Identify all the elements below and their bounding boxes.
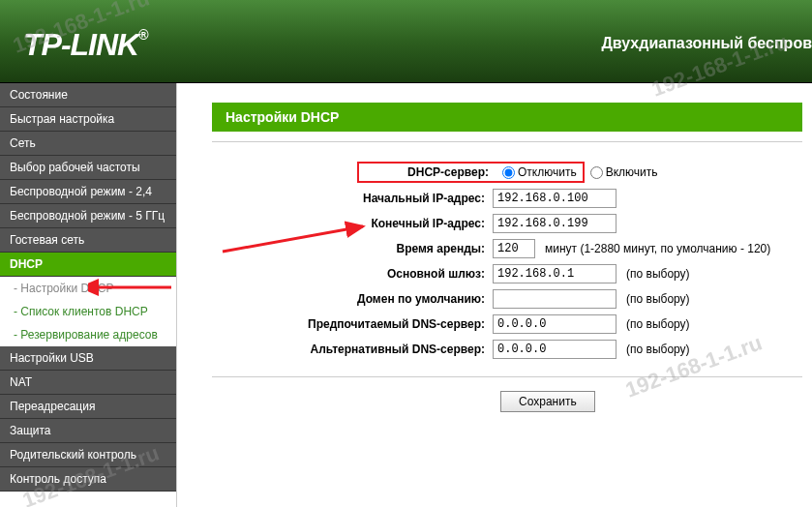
header-title: Двухдиапазонный беспров	[601, 35, 812, 52]
sidebar-item-access[interactable]: Контроль доступа	[0, 467, 176, 492]
input-dns2[interactable]	[493, 340, 617, 359]
page-title: Настройки DHCP	[212, 103, 802, 132]
sidebar-item-usb[interactable]: Настройки USB	[0, 346, 176, 371]
note-domain: (по выбору)	[626, 292, 690, 306]
sidebar-item-freq[interactable]: Выбор рабочей частоты	[0, 156, 176, 180]
note-dns1: (по выбору)	[626, 317, 690, 331]
reg-mark: ®	[138, 27, 147, 43]
note-dns2: (по выбору)	[626, 343, 690, 356]
label-domain: Домен по умолчанию:	[212, 292, 493, 306]
separator	[212, 376, 802, 377]
radio-enable[interactable]	[590, 166, 603, 179]
input-start-ip[interactable]	[493, 189, 617, 208]
input-domain[interactable]	[493, 289, 617, 309]
sidebar-item-wireless5[interactable]: Беспроводной режим - 5 ГГц	[0, 204, 176, 228]
note-gateway: (по выбору)	[626, 267, 690, 281]
save-button[interactable]: Сохранить	[500, 391, 595, 412]
label-start-ip: Начальный IP-адрес:	[212, 192, 493, 205]
sidebar-sub-dhcp-settings[interactable]: - Настройки DHCP	[0, 277, 176, 300]
label-dhcp-server: DHCP-сервер:	[361, 165, 496, 179]
sidebar-item-quicksetup[interactable]: Быстрая настройка	[0, 107, 176, 132]
main-content: Настройки DHCP DHCP-сервер: Отключить Вк…	[177, 83, 812, 507]
label-end-ip: Конечный IP-адрес:	[212, 217, 493, 230]
label-dns1: Предпочитаемый DNS-сервер:	[212, 317, 493, 331]
input-lease[interactable]	[493, 239, 535, 258]
sidebar-item-nat[interactable]: NAT	[0, 371, 176, 395]
sidebar: Состояние Быстрая настройка Сеть Выбор р…	[0, 83, 177, 507]
sidebar-item-status[interactable]: Состояние	[0, 83, 176, 107]
input-end-ip[interactable]	[493, 214, 617, 233]
label-lease: Время аренды:	[212, 242, 493, 255]
radio-disable[interactable]	[502, 166, 515, 179]
sidebar-item-network[interactable]: Сеть	[0, 132, 176, 156]
input-gateway[interactable]	[493, 264, 617, 283]
sidebar-item-forwarding[interactable]: Переадресация	[0, 395, 176, 419]
header: TP-LINK® Двухдиапазонный беспров	[0, 0, 812, 83]
sidebar-sub-dhcp-clients[interactable]: - Список клиентов DHCP	[0, 300, 176, 323]
label-dns2: Альтернативный DNS-сервер:	[212, 343, 493, 356]
sidebar-item-parental[interactable]: Родительский контроль	[0, 443, 176, 467]
note-lease: минут (1-2880 минут, по умолчанию - 120)	[545, 242, 770, 255]
separator	[212, 141, 802, 142]
input-dns1[interactable]	[493, 314, 617, 334]
sidebar-sub-dhcp-reserve[interactable]: - Резервирование адресов	[0, 323, 176, 346]
sidebar-item-wireless24[interactable]: Беспроводной режим - 2,4	[0, 180, 176, 204]
sidebar-item-guest[interactable]: Гостевая сеть	[0, 228, 176, 253]
radio-enable-label: Включить	[606, 165, 658, 179]
brand-text: TP-LINK	[23, 27, 138, 62]
row-dhcp-server: DHCP-сервер: Отключить Включить	[212, 162, 802, 183]
sidebar-item-security[interactable]: Защита	[0, 419, 176, 443]
label-gateway: Основной шлюз:	[212, 267, 493, 281]
sidebar-item-dhcp[interactable]: DHCP	[0, 253, 176, 277]
brand-logo: TP-LINK®	[23, 27, 148, 63]
radio-disable-label: Отключить	[518, 165, 577, 179]
